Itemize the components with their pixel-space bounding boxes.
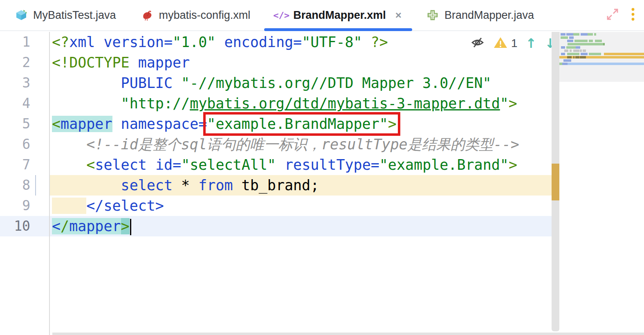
minimap-block xyxy=(566,33,573,36)
minimap-block xyxy=(573,49,579,52)
code-token: * xyxy=(181,177,190,193)
vertical-scrollbar[interactable] xyxy=(552,32,559,331)
minimap-block xyxy=(561,36,568,39)
code-token: = xyxy=(293,34,302,50)
minimap-block xyxy=(570,49,572,52)
line-number: 9 xyxy=(0,196,30,216)
scrollbar-injection-mark xyxy=(552,164,559,200)
code-token: " xyxy=(500,95,509,112)
warning-count: 1 xyxy=(511,37,518,50)
minimap-block xyxy=(580,49,582,52)
code-token: id xyxy=(155,157,173,173)
code-area[interactable]: <?xml version="1.0" encoding="UTF-8" ?><… xyxy=(50,32,552,236)
tab-mybatistest-java[interactable]: MyBatisTest.java xyxy=(2,0,128,30)
code-token: < xyxy=(52,218,61,234)
line-number: 10 xyxy=(0,216,30,236)
code-token: from xyxy=(198,177,233,193)
minimap-block xyxy=(575,56,579,58)
code-token: <!DOCTYPE xyxy=(52,54,130,71)
code-token: / xyxy=(61,218,69,234)
code-line-3: PUBLIC "-//mybatis.org//DTD Mapper 3.0//… xyxy=(50,73,552,93)
code-token: tb_brand; xyxy=(233,177,319,193)
code-token: > xyxy=(121,218,130,234)
ide-window: MyBatisTest.java mybatis-config.xml </> … xyxy=(0,0,644,335)
inspection-widget: 1 ↑ ↓ xyxy=(470,34,556,52)
kebab-menu-icon[interactable] xyxy=(631,7,635,23)
line-number: 1 xyxy=(0,32,30,52)
code-token: > xyxy=(509,95,517,112)
horizontal-scrollbar[interactable] xyxy=(52,333,644,335)
code-token: select xyxy=(95,157,146,173)
tab-mybatis-config-xml[interactable]: mybatis-config.xml xyxy=(128,0,263,30)
tab-brandmapper-java[interactable]: BrandMapper.java xyxy=(414,0,546,30)
code-token: > xyxy=(388,116,397,132)
code-token: "-//mybatis.org//DTD Mapper 3.0//EN" xyxy=(181,75,491,91)
minimap-block xyxy=(604,53,644,55)
minimap-block xyxy=(603,43,605,45)
previous-warning-arrow-icon[interactable]: ↑ xyxy=(526,37,537,50)
minimap[interactable] xyxy=(559,32,644,82)
code-token xyxy=(173,75,181,91)
code-line-8: select * from tb_brand; xyxy=(50,175,552,196)
minimap-block xyxy=(589,40,593,42)
minimap-block xyxy=(581,53,588,55)
minimap-block xyxy=(567,53,579,55)
code-token: > xyxy=(509,157,517,173)
code-token: <!--id是整个sql语句的唯一标识，resultType是结果的类型--> xyxy=(86,136,519,153)
text-caret xyxy=(130,219,131,235)
code-token xyxy=(52,75,121,91)
code-line-2: <!DOCTYPE mapper xyxy=(50,52,552,73)
code-token: encoding xyxy=(224,34,293,50)
code-line-4: "http://mybatis.org/dtd/mybatis-3-mapper… xyxy=(50,93,552,114)
line-number: 6 xyxy=(0,134,30,155)
minimap-block xyxy=(583,49,586,52)
minimap-block xyxy=(589,53,601,55)
editor-gutter: 12345678910 xyxy=(0,32,50,335)
minimap-block xyxy=(573,56,574,58)
java-interface-icon xyxy=(426,9,439,22)
minimap-block xyxy=(573,33,579,36)
code-line-10: </mapper> xyxy=(50,216,552,236)
java-test-class-icon xyxy=(15,9,28,22)
code-token: "example.BrandMapper" xyxy=(207,116,388,132)
minimap-block xyxy=(567,56,572,58)
minimap-block xyxy=(563,59,571,62)
line-number: 8 xyxy=(0,175,30,196)
code-token: <? xyxy=(52,34,69,50)
minimap-block xyxy=(561,33,565,36)
code-token: = xyxy=(371,157,379,173)
code-line-7: <select id="selectAll" resultType="examp… xyxy=(50,155,552,175)
tab-label: MyBatisTest.java xyxy=(33,9,116,22)
code-token xyxy=(190,177,198,193)
code-token xyxy=(147,157,155,173)
code-token: = xyxy=(173,157,181,173)
code-token: "UTF-8" xyxy=(302,34,362,50)
minimap-block xyxy=(568,63,644,65)
minimap-block xyxy=(562,63,568,65)
code-token: "selectAll" xyxy=(181,157,276,173)
minimap-block xyxy=(564,49,568,52)
eye-slash-icon[interactable] xyxy=(470,36,485,51)
tab-bar-actions xyxy=(606,7,644,23)
line-number: 3 xyxy=(0,73,30,93)
minimap-block xyxy=(581,33,588,36)
minimap-block xyxy=(588,33,593,36)
minimap-block xyxy=(576,46,580,49)
code-token xyxy=(112,116,121,132)
minimap-block xyxy=(595,40,602,42)
code-token: mybatis.org/dtd/mybatis-3-mapper.dtd xyxy=(190,95,500,112)
tab-brandmapper-xml[interactable]: </> BrandMapper.xml × xyxy=(263,0,414,30)
indent-guide xyxy=(35,175,36,196)
code-token xyxy=(52,177,121,193)
code-token: xml version xyxy=(69,34,164,50)
code-token: PUBLIC xyxy=(121,75,173,91)
close-tab-icon[interactable]: × xyxy=(395,10,402,20)
warning-triangle-icon[interactable] xyxy=(493,36,508,51)
tab-label: BrandMapper.java xyxy=(444,9,534,22)
mybatis-bird-icon xyxy=(141,9,154,22)
code-token xyxy=(362,34,371,50)
active-tab-underline xyxy=(264,28,412,31)
minimap-block xyxy=(559,63,562,65)
expand-icon[interactable] xyxy=(606,8,619,22)
minimap-block xyxy=(594,33,596,36)
